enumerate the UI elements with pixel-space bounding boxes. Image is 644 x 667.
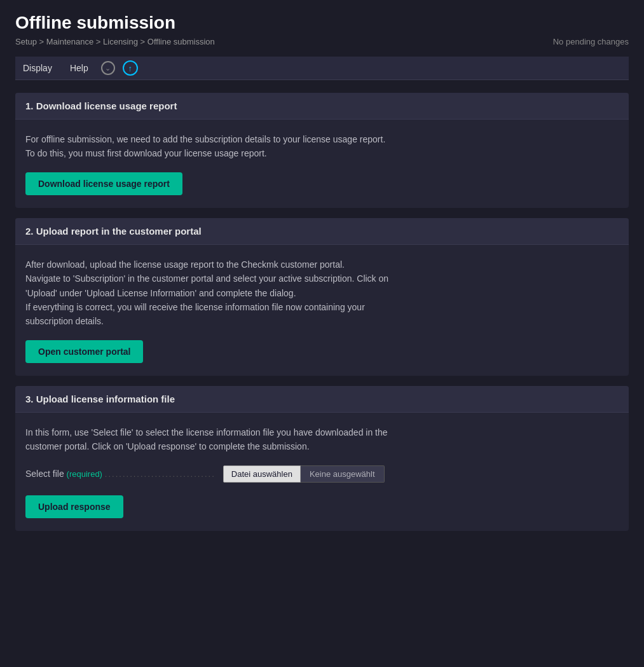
file-no-selected-label: Keine ausgewählt (301, 465, 385, 483)
file-label: Select file (required) .................… (25, 469, 216, 479)
page-wrapper: Offline submission Setup > Maintenance >… (0, 0, 644, 667)
open-customer-portal-button[interactable]: Open customer portal (25, 340, 143, 363)
display-menu-item[interactable]: Display (18, 60, 57, 76)
section-2-description: After download, upload the license usage… (25, 258, 619, 329)
section-3-header: 3. Upload license information file (15, 386, 629, 413)
chevron-down-icon[interactable]: ⌄ (101, 61, 115, 75)
dotted-separator: ............................... (105, 469, 216, 479)
page-title: Offline submission (15, 13, 629, 33)
section-3-body: In this form, use 'Select file' to selec… (15, 413, 629, 531)
toolbar: Display Help ⌄ ↑ (15, 57, 629, 80)
upload-response-button[interactable]: Upload response (25, 495, 123, 518)
section-2-header: 2. Upload report in the customer portal (15, 218, 629, 245)
section-1-description: For offline submission, we need to add t… (25, 132, 619, 161)
section-2-body: After download, upload the license usage… (15, 245, 629, 376)
breadcrumb: Setup > Maintenance > Licensing > Offlin… (15, 37, 215, 46)
download-license-button[interactable]: Download license usage report (25, 172, 182, 195)
section-1-header: 1. Download license usage report (15, 93, 629, 120)
section-1-body: For offline submission, we need to add t… (15, 120, 629, 208)
section-3-description: In this form, use 'Select file' to selec… (25, 425, 619, 454)
status-badge: No pending changes (553, 37, 629, 46)
file-input-container: Datei auswählen Keine ausgewählt (223, 465, 385, 483)
section-3-card: 3. Upload license information file In th… (15, 386, 629, 531)
required-label: (required) (67, 469, 102, 479)
breadcrumb-bar: Setup > Maintenance > Licensing > Offlin… (15, 37, 629, 46)
file-upload-row: Select file (required) .................… (25, 465, 619, 483)
file-choose-button[interactable]: Datei auswählen (223, 465, 301, 483)
help-menu-item[interactable]: Help (65, 60, 93, 76)
upload-icon[interactable]: ↑ (123, 60, 138, 76)
section-1-card: 1. Download license usage report For off… (15, 93, 629, 208)
section-2-card: 2. Upload report in the customer portal … (15, 218, 629, 376)
